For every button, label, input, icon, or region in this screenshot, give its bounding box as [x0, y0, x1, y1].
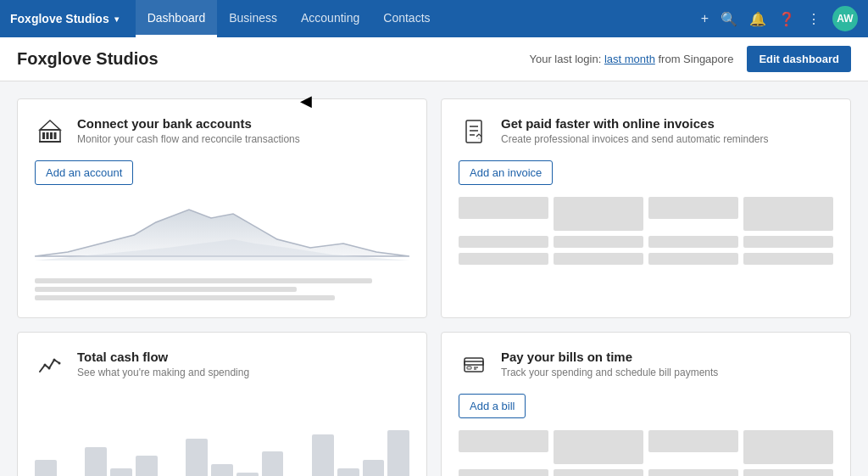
bills-placeholder [459, 430, 833, 476]
svg-rect-2 [47, 132, 49, 139]
svg-rect-3 [50, 132, 53, 139]
login-suffix: from Singapore [655, 53, 734, 65]
inv-block [648, 236, 738, 248]
cashflow-card-text: Total cash flow See what you're making a… [77, 350, 249, 378]
invoice-icon [459, 116, 489, 147]
cashflow-chart-placeholder [35, 394, 409, 476]
brand-label: Foxglove Studios [10, 12, 109, 25]
svg-rect-1 [42, 132, 45, 139]
inv-block [648, 253, 738, 265]
bar-item [110, 468, 132, 476]
svg-rect-4 [54, 132, 57, 139]
nav-link-business[interactable]: Business [217, 0, 289, 37]
svg-marker-5 [40, 120, 60, 130]
bills-card: Pay your bills on time Track your spendi… [441, 332, 851, 476]
nav-link-accounting[interactable]: Accounting [289, 0, 371, 37]
bank-icon [35, 116, 65, 147]
bill-block [743, 430, 833, 464]
bank-chart-lines [35, 278, 409, 300]
bell-icon[interactable]: 🔔 [749, 11, 766, 27]
cashflow-icon [35, 350, 65, 380]
nav-link-dashboard[interactable]: Dashboard [136, 0, 218, 37]
inv-block [459, 253, 548, 265]
login-link[interactable]: last month [604, 53, 655, 65]
add-account-button[interactable]: Add an account [35, 160, 133, 185]
inv-block [554, 253, 643, 265]
bar-chart [35, 394, 409, 476]
inv-block [459, 197, 548, 219]
bills-card-text: Pay your bills on time Track your spendi… [501, 350, 718, 378]
bank-card-title: Connect your bank accounts [77, 116, 300, 131]
invoice-card-title: Get paid faster with online invoices [501, 116, 769, 131]
bill-block [459, 430, 548, 452]
bar-item [363, 460, 385, 476]
svg-point-13 [48, 367, 51, 370]
bar-item [211, 464, 233, 476]
main-nav: Foxglove Studios ▾ Dashboard Business Ac… [0, 0, 868, 37]
edit-dashboard-button[interactable]: Edit dashboard [747, 46, 851, 72]
svg-point-12 [44, 364, 47, 367]
bill-block [554, 430, 643, 464]
nav-link-contacts[interactable]: Contacts [371, 0, 442, 37]
brand-button[interactable]: Foxglove Studios ▾ [10, 12, 119, 25]
inv-block [743, 253, 833, 265]
bills-card-subtitle: Track your spending and schedule bill pa… [501, 367, 718, 378]
bills-card-title: Pay your bills on time [501, 350, 718, 364]
card-header-cashflow: Total cash flow See what you're making a… [35, 350, 409, 380]
svg-rect-18 [467, 367, 471, 369]
inv-block [743, 197, 833, 231]
inv-block [459, 236, 548, 248]
bar-item [85, 447, 107, 476]
help-icon[interactable]: ❓ [778, 11, 795, 27]
chart-line [35, 278, 372, 283]
svg-point-15 [58, 362, 61, 365]
brand-chevron-icon: ▾ [114, 14, 119, 24]
plus-icon[interactable]: + [701, 11, 709, 26]
nav-links: Dashboard Business Accounting Contacts [136, 0, 442, 37]
login-info: Your last login: last month from Singapo… [529, 53, 733, 65]
invoices-card: Get paid faster with online invoices Cre… [441, 98, 851, 318]
bill-block [648, 469, 738, 476]
bill-block [554, 469, 643, 476]
svg-rect-6 [39, 141, 61, 143]
invoice-card-text: Get paid faster with online invoices Cre… [501, 116, 769, 145]
invoice-placeholder [459, 197, 833, 300]
bar-item [262, 451, 284, 476]
bank-card-text: Connect your bank accounts Monitor your … [77, 116, 300, 145]
dashboard-main: Connect your bank accounts Monitor your … [0, 81, 868, 476]
bar-item [136, 456, 158, 476]
bills-icon [459, 350, 489, 380]
svg-point-14 [53, 359, 56, 361]
cashflow-card-title: Total cash flow [77, 350, 249, 364]
bar-item [337, 468, 359, 476]
inv-block [743, 236, 833, 248]
bar-item [387, 430, 409, 476]
bill-block [459, 469, 548, 476]
bank-chart-placeholder [35, 197, 409, 300]
inv-block [554, 197, 643, 231]
svg-point-11 [479, 138, 480, 139]
cashflow-card: Total cash flow See what you're making a… [17, 332, 427, 476]
page-title: Foxglove Studios [17, 49, 529, 69]
bill-block [743, 469, 833, 476]
invoice-grid [459, 197, 833, 300]
bill-grid [459, 430, 833, 476]
bank-accounts-card: Connect your bank accounts Monitor your … [17, 98, 427, 318]
svg-rect-17 [465, 361, 483, 365]
chart-line [35, 287, 297, 292]
avatar[interactable]: AW [832, 6, 858, 31]
inv-block [648, 197, 738, 219]
bar-item [236, 473, 259, 476]
search-icon[interactable]: 🔍 [721, 11, 737, 27]
add-bill-button[interactable]: Add a bill [459, 394, 526, 418]
invoice-card-subtitle: Create professional invoices and send au… [501, 133, 769, 145]
grid-icon[interactable]: ⋮ [807, 11, 821, 27]
sub-header: Foxglove Studios Your last login: last m… [0, 37, 868, 81]
card-header-bills: Pay your bills on time Track your spendi… [459, 350, 833, 380]
card-header-bank: Connect your bank accounts Monitor your … [35, 116, 409, 147]
chart-line [35, 295, 335, 300]
add-invoice-button[interactable]: Add an invoice [459, 160, 553, 185]
bill-block [648, 430, 738, 452]
inv-block [554, 236, 643, 248]
svg-rect-7 [466, 120, 481, 143]
